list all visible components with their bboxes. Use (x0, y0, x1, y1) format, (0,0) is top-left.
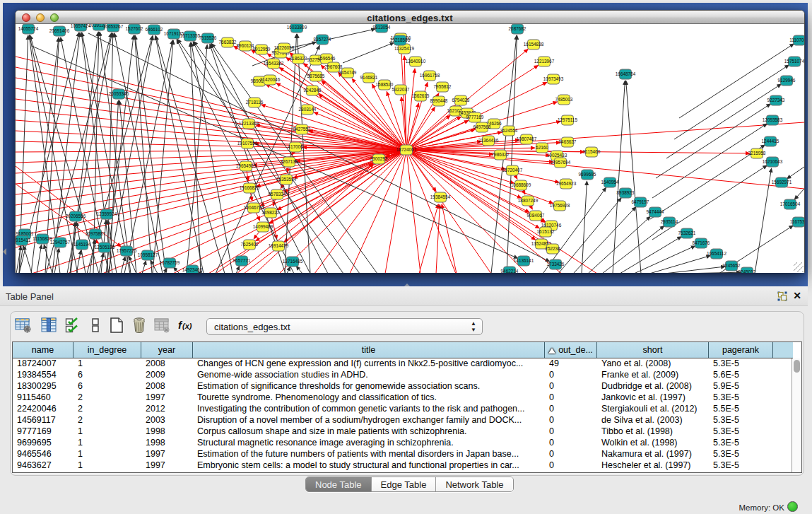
cell-pagerank[interactable]: 5.3E-5 (709, 460, 773, 472)
graph-node[interactable]: 9227343 (767, 95, 785, 105)
column-header-pagerank[interactable]: pagerank (709, 342, 773, 358)
graph-node[interactable]: 7485003 (555, 95, 573, 105)
graph-node[interactable]: 8427552 (293, 124, 311, 134)
graph-node[interactable]: 20691406 (49, 26, 70, 36)
graph-node[interactable]: 10807487 (517, 134, 537, 144)
column-header-title[interactable]: title (193, 342, 545, 358)
graph-node[interactable]: 8912959 (253, 45, 271, 54)
cell-year[interactable]: 2008 (141, 358, 193, 370)
table-row[interactable]: 946362711997Embryonic stem cells: a mode… (13, 460, 793, 472)
graph-node[interactable]: 8578334 (269, 189, 286, 199)
graph-node[interactable]: 1167539 (790, 217, 804, 227)
graph-node[interactable]: 8813054 (373, 24, 391, 33)
row-height-icon[interactable] (87, 317, 104, 334)
graph-node[interactable]: 12359924 (97, 209, 117, 219)
cell-short[interactable]: Nakamura et al. (1997) (597, 449, 709, 460)
graph-node[interactable]: 7625402 (241, 240, 259, 250)
graph-node[interactable]: 252234 (545, 244, 560, 254)
graph-node[interactable]: 2803144 (299, 105, 317, 115)
cell-short[interactable]: Jankovic et al. (1997) (597, 392, 709, 404)
graph-node[interactable]: 19166825 (240, 183, 260, 193)
tab-network-table[interactable]: Network Table (436, 477, 512, 491)
cell-title[interactable]: Structural magnetic resonance image aver… (193, 438, 545, 449)
delete-column-icon[interactable] (131, 317, 148, 334)
cell-pagerank[interactable]: 5.3E-5 (709, 392, 773, 404)
window-resize-grip[interactable] (794, 262, 804, 272)
graph-node[interactable]: 12942757 (50, 238, 71, 247)
cell-year[interactable]: 1998 (141, 438, 193, 449)
graph-node[interactable]: 7515526 (199, 33, 217, 43)
scrollbar-thumb[interactable] (794, 360, 800, 373)
float-panel-icon[interactable] (777, 291, 788, 302)
graph-node[interactable]: 1145194 (73, 240, 91, 250)
cell-name[interactable]: 9115460 (13, 392, 73, 404)
graph-node[interactable]: 8186323 (290, 54, 307, 64)
cell-name[interactable]: 19384554 (13, 370, 73, 381)
graph-node[interactable]: 9462214 (501, 267, 519, 273)
cell-title[interactable]: Estimation of the future numbers of pati… (193, 449, 545, 460)
graph-node[interactable]: 9115460 (583, 147, 601, 157)
cell-year[interactable]: 2008 (141, 381, 193, 392)
graph-node[interactable]: 10958127 (138, 250, 158, 260)
graph-node[interactable]: 10657424 (71, 24, 91, 31)
column-header-year[interactable]: year (141, 342, 193, 358)
graph-node[interactable]: 16961758 (420, 71, 440, 81)
graph-node[interactable]: 11107064 (789, 35, 804, 45)
cell-name[interactable]: 9463627 (13, 460, 73, 472)
graph-node[interactable]: 8357274 (314, 35, 331, 45)
graph-node[interactable]: 8938923 (617, 188, 635, 198)
cell-name[interactable]: 9465546 (13, 449, 73, 460)
column-header-short[interactable]: short (597, 342, 709, 358)
new-column-icon[interactable] (108, 317, 125, 334)
cell-out_de[interactable]: 49 (545, 358, 597, 370)
cell-out_de[interactable]: 0 (545, 438, 597, 449)
graph-node[interactable]: 2935114 (661, 217, 678, 227)
cell-name[interactable]: 9777169 (13, 426, 73, 438)
table-settings-icon[interactable] (15, 317, 32, 334)
graph-node[interactable]: 62160 (536, 143, 548, 153)
graph-node[interactable]: 14923466 (182, 265, 203, 273)
cell-pagerank[interactable]: 5.5E-5 (709, 404, 773, 415)
cell-short[interactable]: de Silva et al. (2003) (597, 415, 709, 426)
cell-year[interactable]: 1997 (141, 449, 193, 460)
graph-node[interactable]: 8454749 (339, 68, 357, 78)
graph-node[interactable]: 9474444 (647, 207, 664, 217)
function-builder-icon[interactable]: f (x) (177, 317, 196, 334)
graph-node[interactable]: 19756928 (550, 201, 570, 211)
graph-node[interactable]: 16210643 (763, 157, 783, 167)
tab-node-table[interactable]: Node Table (306, 477, 372, 491)
graph-node[interactable]: 19654983 (236, 161, 257, 171)
cell-name[interactable]: 18724007 (13, 358, 73, 370)
graph-node[interactable]: 12093583 (763, 115, 783, 125)
graph-node[interactable]: 1244415 (762, 136, 779, 146)
graph-node[interactable]: 1527602 (126, 24, 143, 34)
cell-year[interactable]: 1997 (141, 392, 193, 404)
graph-node[interactable]: 16033809 (287, 24, 307, 33)
graph-node[interactable]: 6794028 (452, 95, 470, 105)
table-row[interactable]: 969969511998Structural magnetic resonanc… (13, 438, 793, 449)
cell-short[interactable]: Franke et al. (2009) (597, 370, 709, 381)
cell-in_degree[interactable]: 6 (73, 370, 141, 381)
graph-node[interactable]: 9084067 (527, 211, 545, 221)
graph-node[interactable]: 16782759 (160, 258, 180, 268)
cell-out_de[interactable]: 0 (545, 381, 597, 392)
graph-node[interactable]: 16648784 (616, 69, 636, 79)
cell-short[interactable]: Stergiakouli et al. (2012) (597, 404, 709, 415)
graph-node[interactable]: 10654112 (707, 249, 726, 259)
cell-short[interactable]: Tibbo et al. (1998) (597, 426, 709, 438)
cell-in_degree[interactable]: 1 (73, 449, 141, 460)
cell-in_degree[interactable]: 1 (73, 426, 141, 438)
citation-network-graph[interactable]: 1872400723002931938455419654983191668251… (16, 24, 804, 273)
graph-node[interactable]: 8960124 (237, 41, 254, 51)
cell-out_de[interactable]: 0 (545, 404, 597, 415)
close-panel-icon[interactable]: ✕ (792, 290, 803, 301)
column-header-name[interactable]: name (13, 342, 73, 358)
graph-node[interactable]: 21364436 (478, 136, 499, 146)
graph-node[interactable]: 12975115 (558, 115, 577, 125)
cell-name[interactable]: 18300295 (13, 381, 73, 392)
cell-in_degree[interactable]: 2 (73, 392, 141, 404)
graph-node[interactable]: 1588520 (376, 80, 394, 90)
cell-short[interactable]: Yano et al. (2008) (597, 358, 709, 370)
cell-in_degree[interactable]: 1 (73, 460, 141, 472)
cell-name[interactable]: 22420046 (13, 404, 73, 415)
